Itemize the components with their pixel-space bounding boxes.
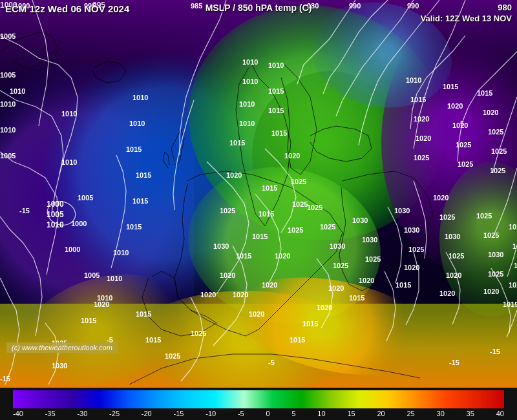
map-container: ECM 12z Wed 06 NOV 2024 MSLP / 850 hPA t… — [0, 0, 517, 420]
colorbar-label: -10 — [206, 410, 216, 417]
colorbar-label: -5 — [238, 410, 244, 417]
watermark: (c) www.theweatheroutlook.com — [6, 342, 118, 353]
colorbar: -40-35-30-25-20-15-10-50510152025303540 — [0, 388, 517, 420]
colorbar-label: -20 — [142, 410, 152, 417]
colorbar-gradient — [13, 390, 504, 408]
colorbar-label: -35 — [45, 410, 56, 417]
colorbar-label: 10 — [317, 410, 325, 417]
colorbar-label: -15 — [174, 410, 184, 417]
colorbar-label: -30 — [77, 410, 87, 417]
colorbar-label: 30 — [437, 410, 445, 417]
map-canvas — [0, 0, 517, 388]
colorbar-label: -25 — [109, 410, 120, 417]
colorbar-label: 15 — [347, 410, 355, 417]
colorbar-label: 25 — [406, 410, 414, 417]
colorbar-labels: -40-35-30-25-20-15-10-50510152025303540 — [13, 410, 504, 417]
colorbar-label: 20 — [377, 410, 385, 417]
colorbar-label: 40 — [496, 410, 504, 417]
colorbar-label: -40 — [13, 410, 23, 417]
colorbar-label: 5 — [291, 410, 295, 417]
colorbar-label: 35 — [467, 410, 474, 417]
weather-map: ECM 12z Wed 06 NOV 2024 MSLP / 850 hPA t… — [0, 0, 517, 388]
colorbar-label: 0 — [266, 410, 270, 417]
